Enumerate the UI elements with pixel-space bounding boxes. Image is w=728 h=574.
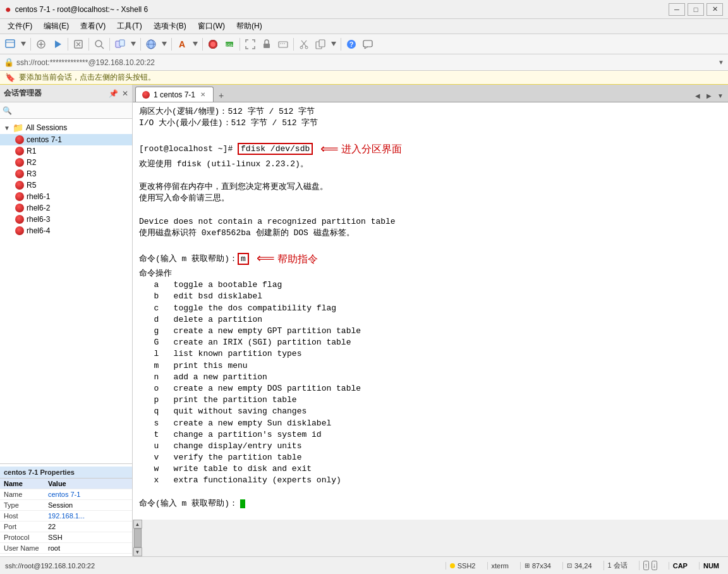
svg-marker-18: [162, 42, 167, 46]
toolbar-red-circle-button[interactable]: [205, 37, 221, 52]
status-position-section: ⊡ 34,24: [562, 562, 596, 570]
tab-close-centos7-1[interactable]: ✕: [199, 90, 207, 99]
sidebar-close-icon[interactable]: ✕: [122, 89, 128, 98]
session-icon-rhel6-2: [15, 204, 24, 212]
scroll-up-button[interactable]: ▲: [133, 520, 142, 528]
toolbar-font-button[interactable]: A: [174, 37, 190, 52]
toolbar-help-button[interactable]: ?: [344, 37, 359, 52]
tree-all-sessions-item[interactable]: ▼ 📁 All Sessions: [0, 121, 132, 134]
prop-label-username: User Name: [0, 543, 44, 554]
term-line-1: 扇区大小(逻辑/物理)：512 字节 / 512 字节: [139, 106, 722, 118]
tab-nav-next[interactable]: ▶: [704, 89, 714, 102]
svg-marker-14: [131, 42, 136, 46]
sidebar-item-r2[interactable]: R2: [0, 157, 132, 168]
session-icon-centos7-1: [15, 135, 24, 144]
toolbar-btn-5-drop[interactable]: [129, 40, 138, 48]
toolbar-keyboard-button[interactable]: [276, 37, 291, 52]
svg-rect-37: [363, 40, 372, 47]
status-position: 34,24: [574, 562, 592, 570]
toolbar-sep-2: [68, 38, 68, 51]
toolbar-sep-10: [341, 38, 341, 51]
scroll-down-button[interactable]: ▼: [133, 547, 142, 556]
new-session-dropdown[interactable]: [19, 40, 28, 48]
toolbar-copy-drop[interactable]: [329, 40, 338, 48]
new-session-button[interactable]: [3, 37, 18, 52]
menu-help[interactable]: 帮助(H): [231, 20, 267, 33]
tab-nav-menu[interactable]: ▼: [715, 89, 725, 102]
toolbar-font-drop[interactable]: [191, 40, 200, 48]
menu-tools[interactable]: 工具(T): [112, 20, 147, 33]
sidebar-item-centos7-1[interactable]: centos 7-1: [0, 134, 132, 145]
status-nav-section: ↑ ↓: [639, 561, 661, 570]
session-label-r1: R1: [27, 147, 36, 156]
sidebar-item-rhel6-2[interactable]: rhel6-2: [0, 202, 132, 214]
toolbar-lock-button[interactable]: [259, 37, 274, 52]
prop-row-username: User Name root: [0, 543, 132, 554]
prop-table-header: Name Value: [0, 479, 132, 489]
term-annotation-fdisk: 进入分区界面: [341, 142, 402, 156]
sidebar-item-rhel6-1[interactable]: rhel6-1: [0, 191, 132, 202]
infobar-bookmark-icon: 🔖: [5, 73, 15, 82]
toolbar-btn-2[interactable]: [33, 37, 49, 52]
prop-label-host: Host: [0, 511, 44, 522]
minimize-button[interactable]: ─: [669, 3, 685, 16]
statusbar: ssh://root@192.168.10.20:22 SSH2 xterm ⊞…: [0, 556, 728, 574]
session-manager-sidebar: 会话管理器 📌 ✕ 🔍 ▼ 📁 All Sessions centos 7-1: [0, 85, 133, 556]
tab-add-button[interactable]: +: [215, 89, 228, 102]
tab-nav-prev[interactable]: ◀: [693, 89, 703, 102]
toolbar-scissors-button[interactable]: [296, 37, 312, 52]
tabbar: 1 centos 7-1 ✕ + ◀ ▶ ▼: [133, 85, 728, 102]
term-line-device: Device does not contain a recognized par…: [139, 216, 722, 228]
toolbar-sep-3: [88, 38, 89, 51]
right-panel: 1 centos 7-1 ✕ + ◀ ▶ ▼ 扇区大小(逻辑/物理)：512 字…: [133, 85, 728, 556]
session-icon-r2: [15, 158, 24, 167]
scroll-track[interactable]: [133, 528, 142, 547]
toolbar-green-rect-button[interactable]: SSH: [222, 37, 237, 52]
maximize-button[interactable]: □: [688, 3, 704, 16]
terminal-scrollbar[interactable]: ▲ ▼: [133, 520, 142, 556]
menu-window[interactable]: 窗口(W): [193, 20, 230, 33]
terminal[interactable]: 扇区大小(逻辑/物理)：512 字节 / 512 字节 I/O 大小(最小/最佳…: [133, 102, 728, 520]
svg-rect-0: [6, 40, 15, 47]
svg-marker-19: [193, 42, 198, 46]
addressbar: 🔒 ssh://root:*************@192.168.10.20…: [0, 54, 728, 71]
sidebar-item-r1[interactable]: R1: [0, 145, 132, 157]
toolbar-btn-4[interactable]: [71, 37, 86, 52]
term-cmd-p: p print the partition table: [139, 394, 722, 406]
sidebar-item-r5[interactable]: R5: [0, 180, 132, 191]
tab-navigation: ◀ ▶ ▼: [693, 89, 725, 102]
toolbar-btn-5[interactable]: [112, 37, 128, 52]
prop-value-protocol: SSH: [44, 532, 132, 543]
toolbar-btn-3[interactable]: [50, 37, 65, 52]
addressbar-url: ssh://root:*************@192.168.10.20:2…: [16, 58, 715, 67]
menu-view[interactable]: 查看(V): [75, 20, 111, 33]
addressbar-dropdown-icon[interactable]: ▼: [718, 59, 724, 66]
menu-file[interactable]: 文件(F): [3, 20, 37, 33]
toolbar-fullscreen-button[interactable]: [243, 37, 258, 52]
toolbar-sep-1: [30, 38, 31, 51]
prop-row-name: Name centos 7-1: [0, 489, 132, 500]
toolbar-search-button[interactable]: [92, 37, 107, 52]
status-down-button[interactable]: ↓: [652, 561, 657, 570]
term-cmd-q: q quit without saving changes: [139, 406, 722, 417]
term-cmd-a: a toggle a bootable flag: [139, 279, 722, 291]
toolbar-copy-button[interactable]: [313, 37, 328, 52]
sidebar-item-r3[interactable]: R3: [0, 168, 132, 180]
toolbar-chat-button[interactable]: [360, 37, 375, 52]
toolbar-globe-button[interactable]: [143, 37, 159, 52]
sidebar-pin-icon[interactable]: 📌: [109, 89, 118, 98]
status-protocol-section: SSH2: [446, 562, 480, 570]
sidebar-item-rhel6-3[interactable]: rhel6-3: [0, 214, 132, 225]
status-up-button[interactable]: ↑: [643, 561, 649, 570]
prop-row-host: Host 192.168.1...: [0, 511, 132, 522]
sidebar-item-rhel6-4[interactable]: rhel6-4: [0, 225, 132, 236]
tab-centos7-1[interactable]: 1 centos 7-1 ✕: [135, 87, 214, 102]
prop-row-type: Type Session: [0, 500, 132, 511]
close-button[interactable]: ✕: [707, 3, 723, 16]
prop-col-name: Name: [0, 479, 44, 489]
session-label-rhel6-4: rhel6-4: [27, 226, 50, 235]
menu-edit[interactable]: 编辑(E): [39, 20, 74, 33]
scroll-thumb[interactable]: [134, 528, 142, 547]
toolbar-globe-drop[interactable]: [160, 40, 169, 48]
menu-tabs[interactable]: 选项卡(B): [149, 20, 191, 33]
